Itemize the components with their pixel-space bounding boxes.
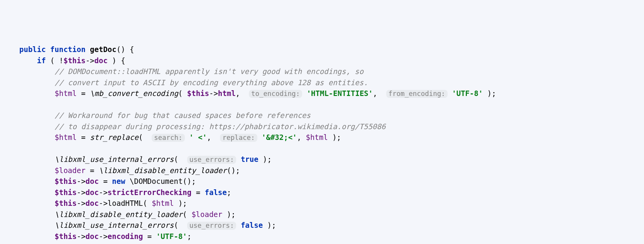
param-hint-replace: replace: <box>220 134 257 142</box>
comma: , <box>207 133 211 141</box>
paren: ( <box>174 155 183 163</box>
function-name: getDoc <box>90 45 117 54</box>
arrow: -> <box>77 232 86 241</box>
paren: ( <box>183 210 191 219</box>
paren: ); <box>267 221 276 229</box>
string-search: ' <' <box>189 133 207 141</box>
param-hint-useerrors: use_errors: <box>187 156 237 164</box>
var-this: $this <box>55 232 77 241</box>
semicolon: ; <box>227 188 231 197</box>
param-hint-toencoding: to_encoding: <box>249 90 302 98</box>
prop-doc: doc <box>86 188 99 197</box>
paren: ( <box>178 89 187 98</box>
prop-doc: doc <box>86 177 99 185</box>
var-this: $this <box>187 89 209 98</box>
op-assign: = <box>81 89 85 98</box>
comma: , <box>236 89 240 98</box>
paren: ( <box>139 133 147 141</box>
string-replace: '&#32;<' <box>262 133 297 141</box>
var-this: $this <box>55 199 77 207</box>
arrow: -> <box>77 188 86 197</box>
param-hint-search: search: <box>152 134 185 142</box>
paren: (); <box>183 177 196 185</box>
arrow: -> <box>77 177 86 185</box>
call-strreplace: str_replace <box>90 133 139 141</box>
paren: ); <box>263 155 272 163</box>
string-utf8: 'UTF-8' <box>156 232 187 241</box>
keyword-function: function <box>50 45 86 54</box>
comment-line: // to disappear during processing: https… <box>55 122 386 131</box>
op-assign: = <box>147 232 152 241</box>
class-domdocument: \DOMDocument <box>130 177 183 185</box>
paren: ); <box>487 89 496 98</box>
param-hint-fromencoding: from_encoding: <box>386 90 448 98</box>
prop-html: html <box>218 89 236 98</box>
keyword-new: new <box>112 177 125 185</box>
call-libxmlerrors: \libxml_use_internal_errors <box>55 155 174 163</box>
param-hint-useerrors: use_errors: <box>187 222 237 230</box>
paren: ) { <box>112 56 125 65</box>
paren: ); <box>227 210 236 219</box>
code-editor[interactable]: public function getDoc() { if ( !$this->… <box>0 44 644 244</box>
method-loadhtml: loadHTML <box>108 199 143 207</box>
prop-doc: doc <box>86 232 99 241</box>
prop-encoding: encoding <box>108 232 143 241</box>
paren: ( ! <box>50 56 63 65</box>
keyword-public: public <box>19 45 46 54</box>
op-assign: = <box>90 166 94 175</box>
var-html: $html <box>55 133 77 141</box>
bool-true: true <box>241 155 259 163</box>
string-htmlentities: 'HTML-ENTITIES' <box>307 89 373 98</box>
op-assign: = <box>81 133 85 141</box>
bool-false: false <box>205 188 227 197</box>
call-libxmldisable: \libxml_disable_entity_loader <box>55 210 183 219</box>
comma: , <box>297 133 301 141</box>
call-mbconvert: \mb_convert_encoding <box>90 89 178 98</box>
prop-doc: doc <box>86 199 99 207</box>
string-utf8: 'UTF-8' <box>452 89 483 98</box>
paren: (); <box>227 166 240 175</box>
call-libxmldisable: \libxml_disable_entity_loader <box>99 166 227 175</box>
comma: , <box>373 89 377 98</box>
arrow: -> <box>99 188 108 197</box>
var-loader: $loader <box>191 210 222 219</box>
op-assign: = <box>196 188 200 197</box>
var-html: $html <box>152 199 174 207</box>
arrow: -> <box>86 56 95 65</box>
arrow: -> <box>209 89 218 98</box>
paren: () { <box>117 45 134 54</box>
keyword-if: if <box>37 56 46 65</box>
paren: ); <box>178 199 187 207</box>
prop-doc: doc <box>95 56 108 65</box>
arrow: -> <box>99 232 108 241</box>
paren: ); <box>332 133 341 141</box>
paren: ( <box>174 221 183 229</box>
comment-line: // Workaround for bug that caused spaces… <box>55 111 311 119</box>
call-libxmlerrors: \libxml_use_internal_errors <box>55 221 174 229</box>
bool-false: false <box>241 221 263 229</box>
comment-line: // DOMDocument::loadHTML apparently isn'… <box>55 67 364 76</box>
op-assign: = <box>103 177 107 185</box>
var-html: $html <box>55 89 77 98</box>
var-loader: $loader <box>55 166 86 175</box>
var-this: $this <box>55 188 77 197</box>
var-this: $this <box>55 177 77 185</box>
arrow: -> <box>77 199 86 207</box>
comment-line: // convert input to ASCII by encoding ev… <box>55 78 368 87</box>
arrow: -> <box>99 199 108 207</box>
prop-stricterror: strictErrorChecking <box>108 188 191 197</box>
var-html: $html <box>306 133 328 141</box>
var-this: $this <box>63 56 85 65</box>
semicolon: ; <box>187 232 191 241</box>
paren: ( <box>143 199 152 207</box>
